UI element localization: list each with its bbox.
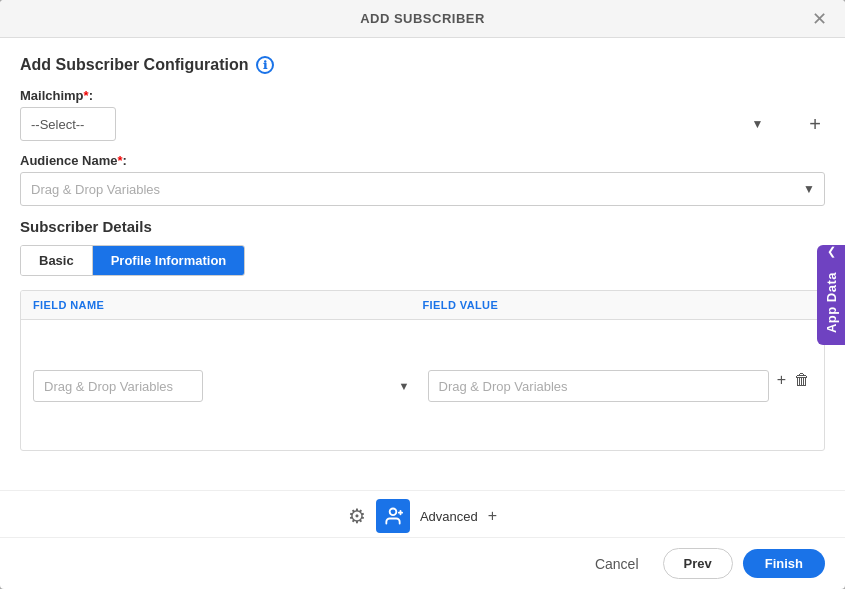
section-title-text: Add Subscriber Configuration (20, 56, 248, 74)
app-data-chevron: ❮ (827, 245, 836, 262)
section-title: Add Subscriber Configuration ℹ (20, 56, 825, 74)
footer-actions: ⚙ Advanced + (0, 490, 845, 537)
field-value-cell: + 🗑 (428, 368, 813, 402)
table-row: Drag & Drop Variables ▼ + 🗑 (21, 320, 824, 450)
mailchimp-label: Mailchimp*: (20, 88, 825, 103)
subscriber-details-title: Subscriber Details (20, 218, 825, 235)
audience-name-label: Audience Name*: (20, 153, 825, 168)
audience-name-group: Audience Name*: Drag & Drop Variables ▼ (20, 153, 825, 206)
subscriber-details-section: Subscriber Details Basic Profile Informa… (20, 218, 825, 451)
close-button[interactable]: ✕ (806, 8, 833, 30)
person-add-icon (383, 506, 403, 526)
person-add-button[interactable] (376, 499, 410, 533)
modal-header: ADD SUBSCRIBER ✕ (0, 0, 845, 38)
field-name-cell: Drag & Drop Variables ▼ (33, 368, 418, 402)
mailchimp-add-button[interactable]: + (805, 114, 825, 134)
field-name-header: FIELD NAME (33, 299, 423, 311)
finish-button[interactable]: Finish (743, 549, 825, 578)
audience-name-select[interactable]: Drag & Drop Variables (20, 172, 825, 206)
subscriber-tabs: Basic Profile Information (20, 245, 245, 276)
tab-basic[interactable]: Basic (21, 246, 93, 275)
mailchimp-select[interactable]: --Select-- (20, 107, 116, 141)
modal-footer: Cancel Prev Finish (0, 537, 845, 589)
advanced-plus[interactable]: + (488, 507, 497, 525)
add-subscriber-modal: ADD SUBSCRIBER ✕ Add Subscriber Configur… (0, 0, 845, 589)
mailchimp-group: Mailchimp*: --Select-- ▼ + (20, 88, 825, 141)
field-value-input[interactable] (428, 370, 769, 402)
cancel-button[interactable]: Cancel (581, 550, 653, 578)
info-icon[interactable]: ℹ (256, 56, 274, 74)
add-row-button[interactable]: + (775, 370, 788, 390)
tab-profile-information[interactable]: Profile Information (93, 246, 245, 275)
field-name-select-arrow: ▼ (399, 380, 410, 392)
gear-button[interactable]: ⚙ (348, 504, 366, 528)
svg-point-0 (390, 509, 397, 516)
app-data-panel[interactable]: ❮ App Data (817, 245, 845, 345)
field-name-select[interactable]: Drag & Drop Variables (33, 370, 203, 402)
audience-name-wrapper: Drag & Drop Variables ▼ (20, 172, 825, 206)
field-action-buttons: + 🗑 (775, 370, 812, 390)
modal-body: Add Subscriber Configuration ℹ Mailchimp… (0, 38, 845, 490)
prev-button[interactable]: Prev (663, 548, 733, 579)
modal-title: ADD SUBSCRIBER (360, 11, 485, 26)
advanced-label: Advanced (420, 509, 478, 524)
app-data-label: App Data (818, 262, 845, 343)
field-value-header: FIELD VALUE (423, 299, 813, 311)
profile-table: FIELD NAME FIELD VALUE Drag & Drop Varia… (20, 290, 825, 451)
mailchimp-select-wrapper: --Select-- ▼ + (20, 107, 825, 141)
field-name-select-wrapper: Drag & Drop Variables ▼ (33, 370, 418, 402)
delete-row-button[interactable]: 🗑 (792, 370, 812, 390)
table-header: FIELD NAME FIELD VALUE (21, 291, 824, 320)
mailchimp-select-arrow: ▼ (751, 117, 763, 131)
app-data-button[interactable]: ❮ App Data (817, 245, 845, 345)
